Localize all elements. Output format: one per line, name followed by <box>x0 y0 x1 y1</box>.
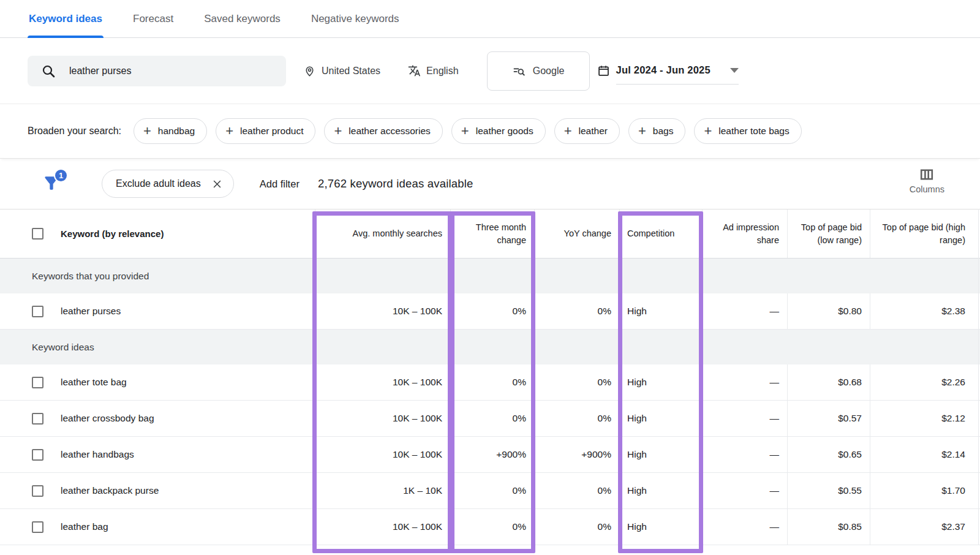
search-query-text: leather purses <box>69 66 131 77</box>
chip-label: leather accessories <box>349 126 431 137</box>
three-month-cell: 0% <box>450 401 534 436</box>
ad-impression-cell: — <box>702 293 787 329</box>
header-yoy-change[interactable]: YoY change <box>534 210 619 258</box>
header-competition[interactable]: Competition <box>619 210 702 258</box>
tab-keyword-ideas[interactable]: Keyword ideas <box>28 13 104 37</box>
table-row[interactable]: leather bag 10K – 100K 0% 0% High — $0.8… <box>0 509 980 545</box>
row-checkbox[interactable] <box>32 413 43 425</box>
table-right-border <box>978 209 979 545</box>
chip-leather-product[interactable]: +leather product <box>216 118 315 144</box>
ad-impression-cell: — <box>702 473 787 508</box>
tab-label: Keyword ideas <box>29 13 102 25</box>
plus-icon: + <box>334 124 342 138</box>
translate-icon <box>408 64 421 77</box>
bid-high-cell: $1.70 <box>870 473 980 508</box>
avg-searches-cell: 10K – 100K <box>315 293 450 329</box>
avg-searches-cell: 1K – 10K <box>315 473 450 508</box>
ad-impression-cell: — <box>702 437 787 472</box>
language-selector[interactable]: English <box>408 64 458 77</box>
chip-leather-accessories[interactable]: +leather accessories <box>324 118 442 144</box>
filter-button[interactable]: 1 <box>42 173 62 195</box>
plus-icon: + <box>564 124 572 138</box>
table-row[interactable]: leather purses 10K – 100K 0% 0% High — $… <box>0 293 980 330</box>
table-row[interactable]: leather handbags 10K – 100K +900% +900% … <box>0 437 980 473</box>
bid-high-cell: $2.26 <box>870 364 980 400</box>
header-ad-impression-share[interactable]: Ad impression share <box>702 210 787 258</box>
header-bid-high[interactable]: Top of page bid (high range) <box>870 210 980 258</box>
chip-label: bags <box>653 126 674 137</box>
broaden-search-row: Broaden your search: +handbag +leather p… <box>0 104 980 159</box>
three-month-cell: 0% <box>450 509 534 545</box>
competition-cell: High <box>619 509 702 545</box>
location-selector[interactable]: United States <box>303 64 380 77</box>
header-keyword-label: Keyword (by relevance) <box>61 227 164 240</box>
search-settings-row: leather purses United States English Goo… <box>0 38 980 104</box>
add-filter-button[interactable]: Add filter <box>260 178 300 190</box>
bid-low-cell: $0.65 <box>787 437 870 472</box>
tab-bar: Keyword ideas Forecast Saved keywords Ne… <box>0 0 980 38</box>
search-icon <box>41 64 56 78</box>
keyword-cell: leather tote bag <box>61 377 127 388</box>
chevron-down-icon <box>730 68 739 73</box>
keyword-cell: leather crossbody bag <box>61 413 154 424</box>
search-list-icon <box>512 64 526 78</box>
avg-searches-cell: 10K – 100K <box>315 437 450 472</box>
select-all-checkbox[interactable] <box>32 228 43 240</box>
tab-forecast[interactable]: Forecast <box>132 13 175 37</box>
yoy-cell: 0% <box>534 401 619 436</box>
competition-cell: High <box>619 473 702 508</box>
avg-searches-cell: 10K – 100K <box>315 364 450 400</box>
tab-negative-keywords[interactable]: Negative keywords <box>310 13 401 37</box>
table-row[interactable]: leather backpack purse 1K – 10K 0% 0% Hi… <box>0 473 980 509</box>
row-checkbox[interactable] <box>32 521 43 533</box>
date-range-selector[interactable]: Jul 2024 - Jun 2025 <box>597 57 739 85</box>
plus-icon: + <box>225 124 233 138</box>
plus-icon: + <box>143 124 151 138</box>
competition-cell: High <box>619 364 702 400</box>
keyword-cell: leather purses <box>61 306 121 317</box>
header-bid-low[interactable]: Top of page bid (low range) <box>787 210 870 258</box>
plus-icon: + <box>704 124 712 138</box>
chip-bags[interactable]: +bags <box>628 118 685 144</box>
row-checkbox[interactable] <box>32 449 43 461</box>
table-row[interactable]: leather tote bag 10K – 100K 0% 0% High —… <box>0 364 980 401</box>
bid-high-cell: $2.12 <box>870 401 980 436</box>
table-row[interactable]: leather crossbody bag 10K – 100K 0% 0% H… <box>0 401 980 437</box>
broaden-label: Broaden your search: <box>28 126 121 137</box>
yoy-cell: 0% <box>534 473 619 508</box>
date-range-inner: Jul 2024 - Jun 2025 <box>616 57 739 85</box>
filter-toolbar: 1 Exclude adult ideas Add filter 2,762 k… <box>0 159 980 209</box>
chip-handbag[interactable]: +handbag <box>134 118 207 144</box>
ad-impression-cell: — <box>702 401 787 436</box>
columns-icon <box>919 167 935 182</box>
tab-saved-keywords[interactable]: Saved keywords <box>203 13 282 37</box>
header-avg-monthly-searches[interactable]: Avg. monthly searches <box>315 210 450 258</box>
network-selector[interactable]: Google <box>487 51 590 91</box>
columns-button[interactable]: Columns <box>910 167 944 194</box>
bid-high-cell: $2.37 <box>870 509 980 545</box>
close-icon[interactable] <box>212 179 222 189</box>
broaden-chips: +handbag +leather product +leather acces… <box>134 118 802 144</box>
keyword-search-input[interactable]: leather purses <box>28 56 286 86</box>
date-range-label: Jul 2024 - Jun 2025 <box>616 64 710 76</box>
chip-leather-tote-bags[interactable]: +leather tote bags <box>694 118 801 144</box>
avg-searches-cell: 10K – 100K <box>315 509 450 545</box>
columns-label: Columns <box>910 184 944 194</box>
ad-impression-cell: — <box>702 364 787 400</box>
chip-leather-goods[interactable]: +leather goods <box>451 118 546 144</box>
row-checkbox[interactable] <box>32 306 43 317</box>
yoy-cell: 0% <box>534 364 619 400</box>
header-keyword: Keyword (by relevance) <box>0 210 315 258</box>
tab-label: Saved keywords <box>204 13 281 25</box>
exclude-adult-ideas-chip[interactable]: Exclude adult ideas <box>102 170 234 198</box>
keyword-cell: leather bag <box>61 521 108 532</box>
keyword-table: Keyword (by relevance) Avg. monthly sear… <box>0 209 980 545</box>
header-three-month-change[interactable]: Three month change <box>450 210 534 258</box>
chip-leather[interactable]: +leather <box>554 118 620 144</box>
row-checkbox[interactable] <box>32 377 43 388</box>
chip-label: leather product <box>240 126 303 137</box>
three-month-cell: 0% <box>450 293 534 329</box>
keyword-cell: leather handbags <box>61 449 134 460</box>
row-checkbox[interactable] <box>32 485 43 497</box>
competition-cell: High <box>619 401 702 436</box>
